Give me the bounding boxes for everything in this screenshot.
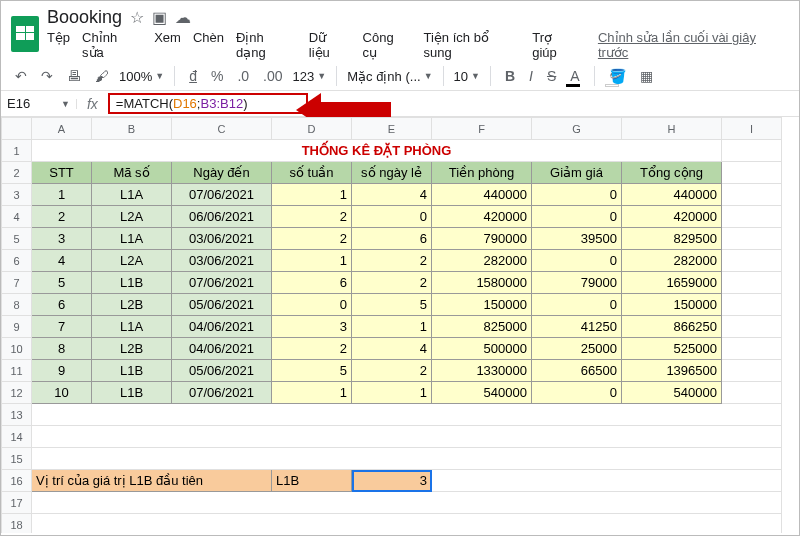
row-header[interactable]: 12 <box>2 382 32 404</box>
font-size-select[interactable]: 10▼ <box>454 69 480 84</box>
cell[interactable]: 79000 <box>532 272 622 294</box>
cell[interactable] <box>722 250 782 272</box>
cell[interactable]: 0 <box>352 206 432 228</box>
cell[interactable]: 825000 <box>432 316 532 338</box>
cell[interactable]: 0 <box>272 294 352 316</box>
cell[interactable] <box>722 338 782 360</box>
row-header[interactable]: 17 <box>2 492 32 514</box>
cell[interactable]: L1B <box>92 360 172 382</box>
row-header[interactable]: 16 <box>2 470 32 492</box>
cell[interactable]: 1 <box>272 382 352 404</box>
cell[interactable]: 7 <box>32 316 92 338</box>
cell[interactable]: 1 <box>272 184 352 206</box>
menu-data[interactable]: Dữ liệu <box>309 30 351 60</box>
row-header[interactable]: 1 <box>2 140 32 162</box>
number-format-select[interactable]: 123▼ <box>293 69 327 84</box>
menu-file[interactable]: Tệp <box>47 30 70 60</box>
font-select[interactable]: Mặc định (...▼ <box>347 69 432 84</box>
cell[interactable]: 8 <box>32 338 92 360</box>
col-header[interactable]: I <box>722 118 782 140</box>
cell[interactable]: 1330000 <box>432 360 532 382</box>
cell[interactable] <box>722 316 782 338</box>
col-header[interactable]: B <box>92 118 172 140</box>
cell[interactable]: 6 <box>32 294 92 316</box>
zoom-select[interactable]: 100%▼ <box>119 69 164 84</box>
cell[interactable]: 0 <box>532 294 622 316</box>
folder-move-icon[interactable]: ▣ <box>152 8 167 27</box>
row-header[interactable]: 14 <box>2 426 32 448</box>
col-header[interactable]: E <box>352 118 432 140</box>
currency-icon[interactable]: đ <box>185 66 201 86</box>
undo-icon[interactable]: ↶ <box>11 66 31 86</box>
cell[interactable] <box>722 360 782 382</box>
cell[interactable]: 540000 <box>432 382 532 404</box>
cell[interactable]: 282000 <box>432 250 532 272</box>
select-all-corner[interactable] <box>2 118 32 140</box>
menu-insert[interactable]: Chèn <box>193 30 224 60</box>
cell[interactable] <box>32 492 782 514</box>
row-header[interactable]: 3 <box>2 184 32 206</box>
cell[interactable]: 10 <box>32 382 92 404</box>
lookup-value[interactable]: L1B <box>272 470 352 492</box>
cell[interactable]: 440000 <box>432 184 532 206</box>
name-box[interactable]: E16 <box>1 96 61 111</box>
percent-icon[interactable]: % <box>207 66 227 86</box>
table-header[interactable]: Ngày đến <box>172 162 272 184</box>
table-header[interactable]: STT <box>32 162 92 184</box>
cell[interactable]: 790000 <box>432 228 532 250</box>
paint-format-icon[interactable]: 🖌 <box>91 66 113 86</box>
cell[interactable]: 420000 <box>622 206 722 228</box>
menu-format[interactable]: Định dạng <box>236 30 297 60</box>
cell[interactable]: 07/06/2021 <box>172 382 272 404</box>
row-header[interactable]: 8 <box>2 294 32 316</box>
cell[interactable] <box>722 184 782 206</box>
text-color-button[interactable]: A <box>566 66 583 86</box>
cell[interactable]: 2 <box>352 360 432 382</box>
cell[interactable]: 04/06/2021 <box>172 316 272 338</box>
cell[interactable]: 5 <box>32 272 92 294</box>
col-header[interactable]: G <box>532 118 622 140</box>
cell[interactable]: 150000 <box>432 294 532 316</box>
print-icon[interactable]: 🖶 <box>63 66 85 86</box>
cell[interactable]: 540000 <box>622 382 722 404</box>
formula-input[interactable]: =MATCH(D16;B3:B12) <box>108 93 308 114</box>
cell[interactable] <box>722 206 782 228</box>
cell[interactable]: 1580000 <box>432 272 532 294</box>
cell[interactable]: 03/06/2021 <box>172 228 272 250</box>
strikethrough-button[interactable]: S <box>543 66 560 86</box>
cell[interactable] <box>722 272 782 294</box>
col-header[interactable]: F <box>432 118 532 140</box>
cell[interactable]: 1 <box>352 316 432 338</box>
cell[interactable]: L2A <box>92 206 172 228</box>
cell[interactable]: 04/06/2021 <box>172 338 272 360</box>
col-header[interactable]: C <box>172 118 272 140</box>
table-header[interactable]: số ngày lẻ <box>352 162 432 184</box>
cell[interactable]: 2 <box>272 206 352 228</box>
cell[interactable]: 2 <box>352 250 432 272</box>
cell[interactable]: 0 <box>532 382 622 404</box>
cell[interactable]: 4 <box>352 184 432 206</box>
table-header[interactable]: Tổng cộng <box>622 162 722 184</box>
cell[interactable]: 1 <box>272 250 352 272</box>
cell[interactable]: 03/06/2021 <box>172 250 272 272</box>
cell[interactable]: 39500 <box>532 228 622 250</box>
spreadsheet-grid[interactable]: A B C D E F G H I 1 THỐNG KÊ ĐẶT PHÒNG 2… <box>1 117 799 533</box>
cell[interactable] <box>722 382 782 404</box>
cell[interactable]: 07/06/2021 <box>172 272 272 294</box>
cell[interactable]: 282000 <box>622 250 722 272</box>
row-header[interactable]: 13 <box>2 404 32 426</box>
cell[interactable]: 3 <box>272 316 352 338</box>
redo-icon[interactable]: ↷ <box>37 66 57 86</box>
table-header[interactable]: Tiền phòng <box>432 162 532 184</box>
row-header[interactable]: 6 <box>2 250 32 272</box>
row-header[interactable]: 15 <box>2 448 32 470</box>
cell[interactable]: 829500 <box>622 228 722 250</box>
cell[interactable] <box>32 514 782 534</box>
cell[interactable]: 07/06/2021 <box>172 184 272 206</box>
table-header[interactable]: Giảm giá <box>532 162 622 184</box>
cell[interactable]: 0 <box>532 184 622 206</box>
cell[interactable]: L1B <box>92 272 172 294</box>
fill-color-button[interactable]: 🪣 <box>605 66 630 86</box>
row-header[interactable]: 11 <box>2 360 32 382</box>
row-header[interactable]: 10 <box>2 338 32 360</box>
